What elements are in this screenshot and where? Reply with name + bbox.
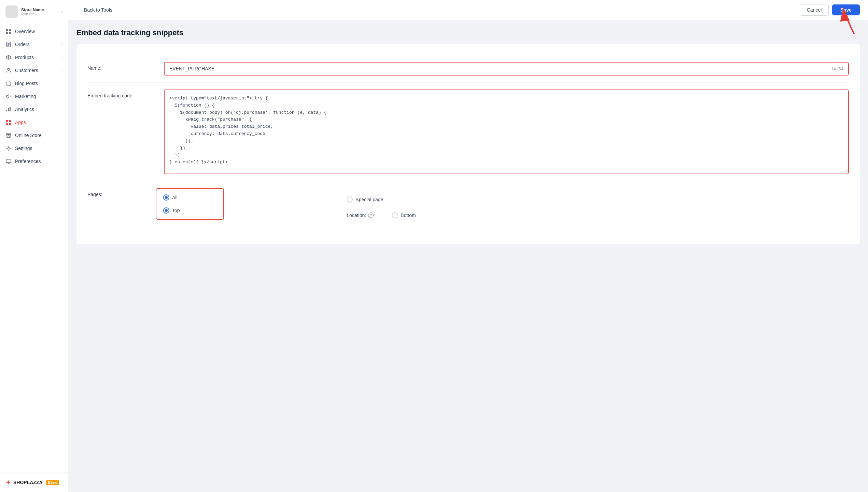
special-page-option-wrap: Special page	[347, 191, 849, 212]
chevron-down-icon: ›	[61, 107, 62, 111]
svg-rect-21	[8, 136, 9, 137]
svg-rect-19	[9, 123, 11, 125]
location-label-wrap: Location: ? Bottom	[347, 212, 849, 218]
back-to-tools-link[interactable]: ← Back to Tools	[76, 7, 112, 13]
location-bottom-option[interactable]: Bottom	[392, 212, 416, 218]
svg-rect-14	[8, 108, 9, 111]
sidebar-item-settings-label: Settings	[15, 146, 58, 151]
page-title: Embed data tracking snippets	[76, 28, 860, 37]
sidebar-item-orders[interactable]: Orders ›	[0, 38, 68, 51]
person-icon	[5, 67, 12, 73]
chevron-down-icon: ›	[61, 42, 62, 46]
chevron-down-icon: ›	[61, 81, 62, 85]
plan-badge: Basic	[46, 480, 59, 485]
store-avatar	[5, 5, 18, 18]
location-label: Location: ?	[347, 213, 388, 218]
sidebar-item-overview[interactable]: Overview	[0, 25, 68, 38]
shoplazza-icon: ✦	[5, 478, 11, 487]
sidebar: Store Name Plan info › Overview Orders ›…	[0, 0, 68, 492]
name-input-wrap: 14 /64	[164, 62, 849, 76]
name-label: Name:	[87, 62, 156, 71]
cancel-button[interactable]: Cancel	[800, 4, 829, 16]
sidebar-item-settings[interactable]: Settings ›	[0, 142, 68, 155]
store-icon	[5, 132, 12, 138]
sidebar-item-blog-posts-label: Blog Posts	[15, 81, 58, 86]
pages-section: Pages: All	[87, 188, 338, 220]
svg-rect-3	[6, 32, 8, 34]
location-options: Top	[163, 207, 216, 214]
svg-rect-15	[10, 107, 11, 111]
name-input[interactable]	[165, 63, 848, 75]
svg-rect-18	[6, 123, 8, 125]
sidebar-item-customers-label: Customers	[15, 68, 58, 73]
svg-point-10	[8, 68, 10, 70]
svg-rect-17	[9, 120, 11, 122]
chevron-down-icon: ›	[61, 55, 62, 59]
svg-rect-13	[6, 110, 7, 111]
file-icon	[5, 80, 12, 86]
pages-special-radio[interactable]	[347, 196, 353, 203]
code-textarea-wrap: <script type="text/javascript"> try { $(…	[164, 90, 849, 174]
right-options: Special page Location: ? Bottom	[347, 188, 849, 218]
box-icon	[5, 54, 12, 60]
form-card: Name: 14 /64 Embed tracking code: <scrip…	[76, 44, 860, 244]
chevron-down-icon: ›	[61, 146, 62, 150]
sidebar-item-orders-label: Orders	[15, 42, 58, 47]
topbar-actions: Cancel Save	[800, 4, 860, 16]
sidebar-footer: ✦ SHOPLAZZA Basic	[0, 473, 68, 492]
shoplazza-name: SHOPLAZZA	[13, 480, 43, 485]
sidebar-item-analytics[interactable]: Analytics ›	[0, 103, 68, 116]
sidebar-item-preferences-label: Preferences	[15, 159, 58, 164]
chevron-down-icon: ›	[61, 68, 62, 72]
save-button[interactable]: Save	[832, 4, 860, 15]
pages-all-label: All	[172, 195, 178, 200]
expand-icon: ›	[61, 9, 62, 14]
sidebar-logo[interactable]: Store Name Plan info ›	[0, 0, 68, 22]
sidebar-item-blog-posts[interactable]: Blog Posts ›	[0, 77, 68, 90]
svg-rect-23	[6, 159, 11, 163]
chevron-down-icon: ›	[61, 94, 62, 98]
pages-and-location-box: All Top	[156, 188, 338, 220]
sidebar-item-apps-label: Apps	[15, 120, 62, 125]
pages-options: All	[163, 194, 216, 201]
location-top-label: Top	[172, 208, 180, 213]
sidebar-item-apps[interactable]: Apps	[0, 116, 68, 129]
sidebar-item-analytics-label: Analytics	[15, 107, 58, 112]
chevron-down-icon: ›	[61, 159, 62, 163]
sidebar-item-products-label: Products	[15, 55, 58, 60]
code-field: <script type="text/javascript"> try { $(…	[164, 90, 849, 174]
sidebar-item-preferences[interactable]: Preferences ›	[0, 155, 68, 168]
help-icon[interactable]: ?	[368, 213, 374, 218]
location-bottom-label: Bottom	[401, 213, 416, 218]
pages-location-row: Pages: All	[87, 181, 849, 233]
pages-special-label: Special page	[355, 197, 383, 202]
sidebar-item-marketing[interactable]: Marketing ›	[0, 90, 68, 103]
svg-point-22	[8, 148, 10, 149]
pages-special-option[interactable]: Special page	[347, 196, 383, 203]
sidebar-item-online-store[interactable]: Online Store ›	[0, 129, 68, 142]
name-counter: 14 /64	[831, 66, 843, 71]
location-top-radio[interactable]	[163, 207, 169, 214]
svg-rect-20	[7, 135, 10, 137]
pages-all-radio[interactable]	[163, 194, 169, 201]
all-top-selection-box: All Top	[156, 188, 224, 220]
svg-rect-2	[9, 29, 11, 31]
sidebar-item-customers[interactable]: Customers ›	[0, 64, 68, 77]
receipt-icon	[5, 41, 12, 47]
store-plan: Plan info	[21, 12, 44, 16]
location-bottom-radio[interactable]	[392, 212, 398, 218]
pages-all-option[interactable]: All	[163, 194, 178, 201]
sidebar-item-products[interactable]: Products ›	[0, 51, 68, 64]
sidebar-item-marketing-label: Marketing	[15, 94, 58, 99]
store-info: Store Name Plan info	[21, 8, 44, 16]
code-textarea[interactable]: <script type="text/javascript"> try { $(…	[165, 90, 848, 172]
back-arrow-icon: ←	[76, 7, 81, 13]
svg-rect-16	[6, 120, 8, 122]
chevron-down-icon: ›	[61, 133, 62, 137]
svg-rect-4	[9, 32, 11, 34]
page-content: Embed data tracking snippets Name: 14 /6…	[68, 20, 868, 492]
store-name: Store Name	[21, 8, 44, 12]
gear-icon	[5, 145, 12, 151]
location-top-option[interactable]: Top	[163, 207, 180, 214]
svg-rect-1	[6, 29, 8, 31]
